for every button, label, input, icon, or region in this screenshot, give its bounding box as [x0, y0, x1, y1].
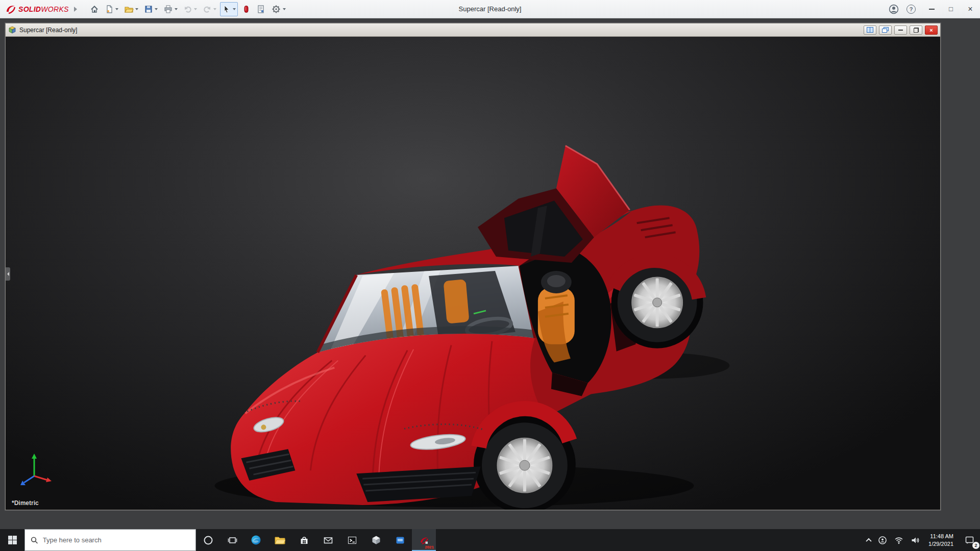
save-button[interactable]	[142, 2, 160, 16]
collapse-arrow-icon	[7, 272, 9, 276]
taskbar-clock[interactable]: 11:48 AM 1/29/2021	[923, 533, 959, 547]
maximize-icon: □	[949, 5, 953, 13]
open-dropdown-caret[interactable]	[135, 8, 138, 10]
solidworks-app-icon	[419, 535, 429, 545]
solidworks-taskbar-button[interactable]: 2021	[412, 529, 436, 551]
document-titlebar[interactable]: Supercar [Read-only] ×	[6, 23, 940, 37]
app-minimize-button[interactable]	[922, 0, 941, 18]
restore-icon	[914, 28, 919, 33]
new-document-button[interactable]	[103, 2, 120, 16]
print-dropdown-caret[interactable]	[175, 8, 178, 10]
document-window-buttons: ×	[864, 26, 938, 35]
volume-button[interactable]	[907, 529, 923, 551]
file-explorer-button[interactable]	[268, 529, 292, 551]
remote-desktop-icon	[395, 535, 405, 545]
main-toolbar	[86, 2, 288, 16]
3d-cube-icon	[371, 535, 381, 545]
system-tray: 11:48 AM 1/29/2021 2	[863, 529, 980, 551]
toolbar-flyout-arrow[interactable]	[74, 7, 77, 12]
windows-taskbar: 2021	[0, 529, 980, 551]
store-button[interactable]	[292, 529, 316, 551]
doc-restore-button[interactable]	[910, 26, 922, 35]
print-button[interactable]	[161, 2, 180, 16]
view-orientation-label: *Dimetric	[12, 499, 39, 507]
redo-icon	[203, 5, 212, 14]
app-maximize-button[interactable]: □	[941, 0, 961, 18]
speaker-icon	[911, 536, 920, 545]
meet-now-button[interactable]	[874, 529, 891, 551]
app-close-button[interactable]: ×	[961, 0, 980, 18]
home-button[interactable]	[88, 2, 101, 16]
cortana-icon	[203, 535, 213, 545]
assembly-document-icon	[8, 26, 16, 34]
edge-button[interactable]	[244, 529, 268, 551]
redo-button[interactable]	[201, 2, 218, 16]
window-cascade-icon	[882, 27, 889, 33]
select-tool-button[interactable]	[220, 2, 238, 16]
new-document-icon	[105, 5, 114, 14]
search-input[interactable]	[43, 536, 190, 544]
tray-expand-button[interactable]	[863, 529, 874, 551]
notification-count-badge: 2	[972, 542, 979, 549]
solidworks-version-badge: 2021	[425, 545, 434, 549]
chevron-up-icon	[866, 538, 871, 543]
mail-button[interactable]	[316, 529, 340, 551]
cortana-button[interactable]	[196, 529, 220, 551]
clock-time: 11:48 AM	[928, 533, 953, 540]
task-view-icon	[227, 535, 237, 545]
doc-minimize-button[interactable]	[894, 26, 907, 35]
undo-button[interactable]	[181, 2, 199, 16]
redo-dropdown-caret[interactable]	[213, 8, 216, 10]
minimize-icon	[929, 9, 935, 10]
wifi-icon	[894, 536, 903, 545]
open-button[interactable]	[122, 2, 140, 16]
taskbar-search[interactable]	[24, 529, 196, 551]
desktop: SOLIDWORKS	[0, 0, 980, 551]
3d-viewer-button[interactable]	[364, 529, 388, 551]
select-dropdown-caret[interactable]	[233, 8, 236, 10]
options-button[interactable]	[269, 2, 288, 16]
network-button[interactable]	[891, 529, 907, 551]
doc-close-button[interactable]: ×	[925, 26, 938, 35]
minimize-icon	[898, 30, 903, 31]
app-window-title: Supercar [Read-only]	[459, 5, 522, 13]
options-dropdown-caret[interactable]	[283, 8, 286, 10]
window-tile-icon	[867, 27, 873, 33]
edge-icon	[251, 535, 261, 545]
file-properties-icon	[256, 5, 265, 14]
store-icon	[299, 535, 309, 545]
meet-now-icon	[878, 536, 887, 545]
new-dropdown-caret[interactable]	[115, 8, 118, 10]
mail-icon	[323, 535, 333, 545]
document-title: Supercar [Read-only]	[19, 27, 77, 34]
task-view-button[interactable]	[220, 529, 244, 551]
action-center-button[interactable]: 2	[959, 529, 980, 551]
help-button[interactable]: ?	[904, 3, 918, 16]
help-icon: ?	[906, 5, 916, 14]
terminal-icon	[347, 535, 357, 545]
panel-collapse-tab[interactable]	[6, 267, 10, 281]
solidworks-logo: SOLIDWORKS	[5, 4, 69, 15]
terminal-button[interactable]	[340, 529, 364, 551]
open-folder-icon	[124, 5, 134, 14]
close-icon: ×	[929, 27, 933, 33]
start-button[interactable]	[0, 529, 24, 551]
home-icon	[90, 5, 99, 14]
account-button[interactable]	[887, 3, 900, 16]
user-avatar-icon	[889, 4, 899, 14]
search-icon	[31, 536, 38, 544]
save-dropdown-caret[interactable]	[155, 8, 158, 10]
window-tile-button[interactable]	[864, 26, 876, 35]
3ds-swirl-icon	[5, 4, 16, 15]
orientation-triad-icon	[17, 449, 55, 487]
app-titlebar[interactable]: SOLIDWORKS	[0, 0, 980, 18]
brand-wordmark: SOLIDWORKS	[18, 5, 69, 13]
3d-viewport[interactable]: *Dimetric	[6, 37, 940, 510]
remote-desktop-button[interactable]	[388, 529, 412, 551]
file-properties-button[interactable]	[254, 2, 267, 16]
document-window: Supercar [Read-only] ×	[5, 23, 941, 510]
marketplace-button[interactable]	[239, 2, 253, 16]
select-cursor-icon	[222, 5, 231, 14]
undo-dropdown-caret[interactable]	[194, 8, 197, 10]
window-cascade-button[interactable]	[879, 26, 892, 35]
